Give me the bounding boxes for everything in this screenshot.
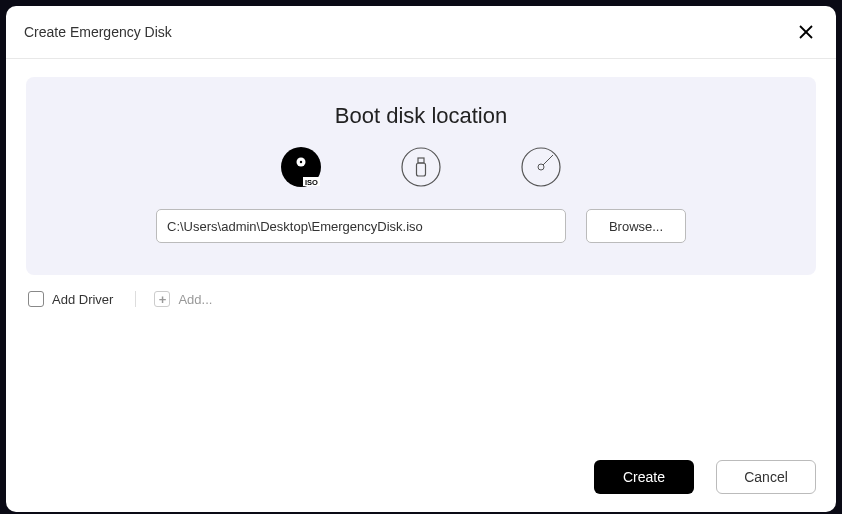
add-label: Add...: [178, 292, 212, 307]
location-panel: Boot disk location ISO: [26, 77, 816, 275]
driver-row: Add Driver + Add...: [26, 291, 816, 307]
path-input[interactable]: [156, 209, 566, 243]
browse-button[interactable]: Browse...: [586, 209, 686, 243]
svg-rect-9: [417, 163, 426, 176]
dialog-body: Boot disk location ISO: [6, 59, 836, 448]
media-option-cd[interactable]: [521, 147, 561, 187]
plus-icon: +: [154, 291, 170, 307]
media-type-row: ISO: [62, 147, 780, 187]
dialog-header: Create Emergency Disk: [6, 6, 836, 59]
add-driver-checkbox[interactable]: [28, 291, 44, 307]
cancel-button[interactable]: Cancel: [716, 460, 816, 494]
separator: [135, 291, 136, 307]
svg-point-4: [300, 161, 302, 163]
add-driver-label: Add Driver: [52, 292, 113, 307]
iso-disc-icon: ISO: [281, 147, 321, 187]
cd-disc-icon: [521, 147, 561, 187]
dialog-footer: Create Cancel: [6, 448, 836, 512]
svg-rect-8: [418, 158, 424, 163]
media-option-iso[interactable]: ISO: [281, 147, 321, 187]
emergency-disk-dialog: Create Emergency Disk Boot disk location…: [6, 6, 836, 512]
close-icon: [799, 25, 813, 39]
dialog-title: Create Emergency Disk: [24, 24, 172, 40]
svg-point-7: [402, 148, 440, 186]
media-option-usb[interactable]: [401, 147, 441, 187]
path-row: Browse...: [62, 209, 780, 243]
usb-icon: [401, 147, 441, 187]
add-driver-button[interactable]: + Add...: [154, 291, 212, 307]
svg-point-10: [522, 148, 560, 186]
panel-title: Boot disk location: [62, 103, 780, 129]
create-button[interactable]: Create: [594, 460, 694, 494]
close-button[interactable]: [794, 20, 818, 44]
svg-text:ISO: ISO: [305, 178, 318, 187]
svg-line-12: [543, 155, 553, 165]
